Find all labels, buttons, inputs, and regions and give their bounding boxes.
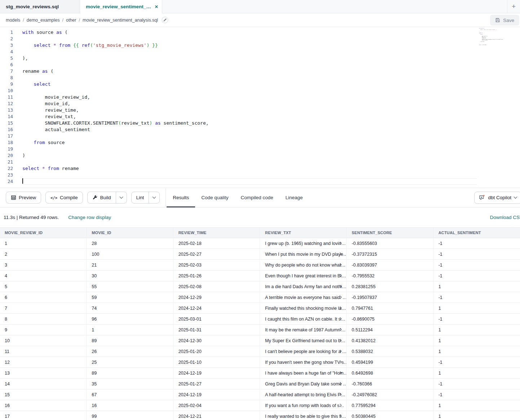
editor-line[interactable]: 14 review_txt, xyxy=(0,113,520,120)
editor-line[interactable]: 5), xyxy=(0,55,520,62)
table-cell: 2024-12-30 xyxy=(173,335,260,346)
cell-text: 89 xyxy=(92,338,97,343)
table-row: 12252025-01-10If you haven't seen the go… xyxy=(0,357,520,368)
results-tab-results[interactable]: Results xyxy=(167,188,195,207)
table-cell: 17 xyxy=(0,411,87,420)
results-tab-lineage[interactable]: Lineage xyxy=(279,188,309,207)
new-tab-button[interactable]: + xyxy=(507,0,520,13)
editor-line[interactable]: 9 select xyxy=(0,81,520,88)
editor-line[interactable]: 22select * from rename xyxy=(0,165,520,172)
line-number: 6 xyxy=(0,62,13,68)
close-tab-icon[interactable]: ✕ xyxy=(155,4,158,9)
line-code: from source xyxy=(22,139,477,146)
cell-text: Greg Davis and Bryan Daly take some … xyxy=(265,381,347,387)
table-row: 10892024-12-30My Super Ex Girlfriend tur… xyxy=(0,335,520,346)
cell-text: If you haven't seen the gong show TV s… xyxy=(265,360,347,365)
editor-lines: 1with source as (23 select * from {{ ref… xyxy=(0,29,520,185)
dbt-copilot-button[interactable]: dbt Copilot xyxy=(474,192,520,204)
cell-text: 1 xyxy=(439,327,441,332)
tab-label: stg_movie_reviews.sql xyxy=(6,4,59,9)
editor-line[interactable]: 7rename as ( xyxy=(0,68,520,75)
lint-button[interactable]: Lint xyxy=(131,192,160,204)
cell-text: 0.50380445 xyxy=(352,414,375,419)
cell-text: -1 xyxy=(439,295,442,300)
build-dropdown-button[interactable] xyxy=(116,192,127,203)
cell-text: Finally watched this shocking movie la… xyxy=(265,306,346,311)
editor-file-tab[interactable]: movie_review_sentiment_…✕ xyxy=(80,0,162,13)
line-number: 18 xyxy=(0,139,13,146)
lint-dropdown-button[interactable] xyxy=(149,192,159,203)
editor-line[interactable]: 19 xyxy=(0,146,520,152)
breadcrumb-bar: models/demo_examples/other/movie_review_… xyxy=(0,13,520,27)
table-cell: -0.83555603 xyxy=(347,238,433,249)
editor-line[interactable]: 16 actual_sentiment xyxy=(0,126,520,133)
editor-line[interactable]: 12 movie_id, xyxy=(0,100,520,107)
table-cell: 26 xyxy=(87,346,173,357)
results-tab-compiled-code[interactable]: Compiled code xyxy=(234,188,279,207)
breadcrumb-separator: / xyxy=(23,18,24,23)
table-cell: I grew up (b. 1965) watching and lovin… xyxy=(260,238,347,249)
editor-line[interactable]: 11 movie_review_id, xyxy=(0,94,520,100)
table-cell: 4 xyxy=(0,271,87,281)
preview-button[interactable]: Preview xyxy=(6,192,41,204)
cell-text: 21 xyxy=(92,263,97,268)
editor-line[interactable]: 23 xyxy=(0,172,520,178)
editor-line[interactable]: 1with source as ( xyxy=(0,29,520,36)
cell-text: 2025-02-27 xyxy=(179,252,202,257)
editor-line[interactable]: 6 xyxy=(0,62,520,68)
build-button[interactable]: Build xyxy=(87,192,127,204)
cell-text: It may be the remake of 1987 Autumn'… xyxy=(265,327,345,332)
line-code xyxy=(22,88,477,94)
table-cell: If you want a fun romp with loads of s… xyxy=(260,400,347,411)
cell-text: When I put this movie in my DVD playe… xyxy=(265,252,347,257)
cell-text: 2025-01-27 xyxy=(179,381,202,387)
editor-line[interactable]: 3 select * from {{ ref('stg_movie_review… xyxy=(0,42,520,49)
column-header: SENTIMENT_SCORE xyxy=(347,228,433,238)
download-csv-link[interactable]: Download CSV xyxy=(490,215,520,220)
line-code: ), xyxy=(22,55,477,62)
editor-line[interactable]: 15 SNOWFLAKE.CORTEX.SENTIMENT(review_txt… xyxy=(0,120,520,126)
line-number: 22 xyxy=(0,165,13,172)
compile-button[interactable]: </> Compile xyxy=(45,192,83,204)
table-cell: 2024-12-24 xyxy=(173,303,260,313)
editor-line[interactable]: 17 xyxy=(0,133,520,139)
change-row-display-link[interactable]: Change row display xyxy=(68,215,111,220)
wrench-icon xyxy=(92,195,98,200)
table-cell: 3 xyxy=(0,260,87,270)
cell-text: 59 xyxy=(92,295,97,300)
line-number: 21 xyxy=(0,159,13,165)
table-cell: 74 xyxy=(87,303,173,313)
editor-line[interactable]: 20) xyxy=(0,152,520,159)
line-code xyxy=(22,49,477,55)
cell-text: 26 xyxy=(92,349,97,354)
editor-line[interactable]: 21 xyxy=(0,159,520,165)
editor-line[interactable]: 10 xyxy=(0,88,520,94)
code-editor[interactable]: 1with source as (23 select * from {{ ref… xyxy=(0,27,520,188)
table-cell: -1 xyxy=(433,292,520,303)
save-button[interactable]: Save xyxy=(490,15,519,26)
line-code: SNOWFLAKE.CORTEX.SENTIMENT(review_txt) a… xyxy=(22,120,477,126)
cell-text: I grew up (b. 1965) watching and lovin… xyxy=(265,241,346,246)
cell-text: 10 xyxy=(5,338,10,343)
dbt-ide-window: stg_movie_reviews.sqlmovie_review_sentim… xyxy=(0,0,520,420)
line-number: 15 xyxy=(0,120,13,126)
cell-text: 0.28381255 xyxy=(352,284,375,289)
cell-text: -0.24976082 xyxy=(352,392,377,397)
line-number: 12 xyxy=(0,100,13,107)
editor-file-tab[interactable]: stg_movie_reviews.sql xyxy=(0,0,80,13)
editor-line[interactable]: 8 xyxy=(0,75,520,81)
table-cell: 2025-02-27 xyxy=(173,249,260,259)
editor-line[interactable]: 4 xyxy=(0,49,520,55)
editor-line[interactable]: 18 from source xyxy=(0,139,520,146)
cell-text: -1 xyxy=(439,273,442,278)
minimap[interactable]: with source as ( select * from {{ ref('s… xyxy=(479,28,505,50)
results-tab-code-quality[interactable]: Code quality xyxy=(195,188,234,207)
editor-line[interactable]: 24 xyxy=(0,178,520,185)
tab-bar: stg_movie_reviews.sqlmovie_review_sentim… xyxy=(0,0,520,13)
editor-line[interactable]: 13 review_time, xyxy=(0,107,520,113)
cell-text: 2024-12-19 xyxy=(179,392,202,397)
table-cell: 1 xyxy=(433,368,520,378)
editor-line[interactable]: 2 xyxy=(0,36,520,42)
table-cell: 1 xyxy=(433,400,520,411)
table-cell: 2 xyxy=(0,249,87,259)
